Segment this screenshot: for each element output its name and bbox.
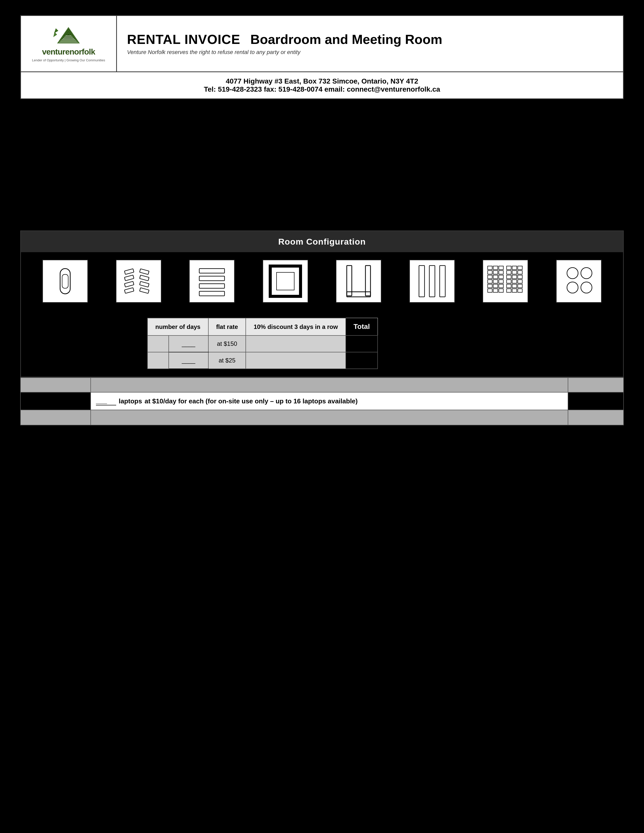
svg-rect-50 (493, 284, 498, 288)
svg-point-73 (567, 268, 578, 279)
svg-rect-39 (499, 266, 503, 270)
svg-point-76 (581, 282, 592, 293)
svg-rect-25 (199, 276, 224, 281)
laptop-label: laptops (119, 397, 142, 405)
row1-rate: at $150 (208, 336, 246, 352)
pricing-table: number of days flat rate 10% discount 3 … (147, 318, 378, 369)
svg-rect-19 (124, 288, 134, 294)
svg-rect-54 (499, 289, 503, 292)
svg-rect-62 (512, 275, 517, 279)
grid-icon (486, 265, 524, 298)
circles-icon (561, 264, 597, 299)
logo-norfolk: norfolk (69, 47, 95, 56)
svg-point-75 (567, 282, 578, 293)
svg-rect-55 (507, 266, 511, 270)
svg-point-74 (581, 268, 592, 279)
svg-rect-27 (199, 291, 224, 296)
laptop-data-right (568, 392, 624, 410)
row1-total (346, 336, 378, 352)
laptop-data-mid: ___ laptops at $10/day for each (for on-… (91, 392, 568, 410)
room-icon-columns (409, 260, 455, 303)
svg-rect-16 (124, 269, 134, 275)
svg-rect-44 (493, 275, 498, 279)
svg-rect-65 (512, 280, 517, 283)
svg-rect-59 (512, 270, 517, 274)
svg-rect-49 (488, 284, 492, 288)
row1-days[interactable]: ____ (169, 336, 208, 352)
address-bar: 4077 Highway #3 East, Box 732 Simcoe, On… (20, 72, 624, 99)
laptop-footer-mid (91, 410, 568, 425)
svg-rect-22 (140, 281, 149, 287)
room-icon-circles (556, 260, 602, 303)
row2-days[interactable]: ____ (169, 352, 208, 369)
laptop-data-row: ___ laptops at $10/day for each (for on-… (20, 392, 624, 410)
classroom-straight-icon (195, 265, 228, 298)
laptop-header-left (20, 377, 91, 392)
room-icon-classroom-straight (189, 260, 235, 303)
svg-marker-12 (53, 32, 57, 37)
svg-rect-56 (512, 266, 517, 270)
svg-rect-17 (124, 275, 134, 281)
row1-label (148, 336, 169, 352)
svg-rect-14 (60, 269, 70, 294)
svg-rect-35 (429, 265, 435, 297)
laptop-footer-left (20, 410, 91, 425)
room-config-section: Room Configuration (20, 230, 624, 377)
svg-rect-23 (140, 288, 149, 294)
svg-rect-46 (488, 280, 492, 283)
laptop-info: ___ laptops at $10/day for each (for on-… (96, 397, 357, 405)
row1-discount (246, 336, 346, 352)
laptop-header-row (20, 377, 624, 392)
laptop-count[interactable]: ___ (96, 397, 116, 405)
laptop-section: ___ laptops at $10/day for each (for on-… (20, 377, 624, 425)
bottom-black (20, 425, 624, 678)
svg-rect-68 (512, 284, 517, 288)
laptop-header-right (568, 377, 624, 392)
invoice-title: RENTAL INVOICE (127, 32, 240, 47)
svg-rect-29 (277, 272, 294, 290)
columns-icon (417, 264, 447, 299)
room-icon-boardroom-oval (42, 260, 88, 303)
room-icon-classroom-angled (116, 260, 161, 303)
title-row: RENTAL INVOICE Boardroom and Meeting Roo… (127, 32, 613, 47)
svg-rect-66 (518, 280, 522, 283)
room-config-header: Room Configuration (21, 231, 623, 252)
room-icon-grid (483, 260, 528, 303)
svg-rect-57 (518, 266, 522, 270)
table-row-2: ____ at $25 (148, 352, 378, 369)
logo-icon (52, 24, 85, 47)
svg-rect-45 (499, 275, 503, 279)
svg-rect-18 (124, 281, 134, 287)
table-row-1: ____ at $150 (148, 336, 378, 352)
boardroom-oval-icon (53, 265, 78, 298)
svg-rect-51 (499, 284, 503, 288)
svg-rect-38 (493, 266, 498, 270)
header-box: venturenorfolk Lender of Opportunity | G… (20, 15, 624, 72)
svg-rect-72 (518, 289, 522, 292)
svg-rect-40 (488, 270, 492, 274)
svg-rect-41 (493, 270, 498, 274)
laptop-description: at $10/day for each (for on-site use onl… (145, 397, 357, 405)
svg-rect-37 (488, 266, 492, 270)
svg-rect-32 (365, 265, 370, 296)
row2-label (148, 352, 169, 369)
laptop-footer-row (20, 410, 624, 425)
logo-venture: venture (42, 47, 69, 56)
col-flat-header: flat rate (208, 318, 246, 336)
svg-rect-67 (507, 284, 511, 288)
svg-rect-15 (62, 274, 68, 288)
svg-rect-26 (199, 284, 224, 288)
col-total-header: Total (346, 318, 378, 336)
svg-rect-20 (140, 269, 149, 275)
classroom-angled-icon (121, 265, 156, 298)
svg-rect-52 (488, 289, 492, 292)
room-icon-hollow-square (262, 260, 308, 303)
svg-rect-47 (493, 280, 498, 283)
address-line2: Tel: 519-428-2323 fax: 519-428-0074 emai… (31, 85, 613, 93)
title-note: Venture Norfolk reserves the right to re… (127, 49, 613, 56)
u-shape-icon (345, 264, 372, 299)
logo-tagline: Lender of Opportunity | Growing Our Comm… (32, 58, 105, 63)
svg-rect-69 (518, 284, 522, 288)
svg-rect-60 (518, 270, 522, 274)
svg-rect-58 (507, 270, 511, 274)
